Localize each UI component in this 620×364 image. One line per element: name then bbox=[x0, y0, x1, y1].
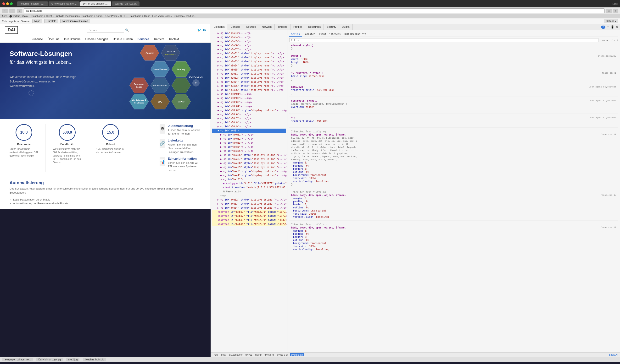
dom-line-text-content[interactable]: & Gas</text> bbox=[212, 189, 286, 194]
dom-polygon-hxb03[interactable]: <polygon id="hxb03" fill="#2E2971" point… bbox=[212, 218, 286, 222]
tab-1[interactable]: headline - Search - dafor... bbox=[17, 1, 48, 6]
translate-options-button[interactable]: Options ▾ bbox=[604, 19, 618, 23]
hex-row3-right[interactable] bbox=[171, 78, 191, 93]
bookmark-free-icons[interactable]: Free vector icons - bbox=[152, 15, 172, 17]
nav-services[interactable]: Services bbox=[138, 38, 149, 41]
dom-line-h10o02[interactable]: ▶ <g id="h10o02">...</g> bbox=[212, 96, 286, 100]
dom-line-hxe04[interactable]: ▶ <g id="hxe04">...</g> bbox=[212, 145, 286, 149]
devtools-tab-security[interactable]: Security bbox=[324, 24, 339, 30]
dom-line-hxe02-more[interactable]: ▶ <g id="hxe02" style="display: inline;"… bbox=[212, 198, 286, 202]
css-tab-event-listeners[interactable]: Event Listeners bbox=[317, 32, 342, 37]
dom-line-h6o07[interactable]: ▶ <g id="h6o07">...</g> bbox=[212, 47, 286, 51]
scrollen-indicator[interactable]: SCROLLEN ▼ bbox=[188, 75, 203, 87]
devtools-inspect-icon[interactable]: ⊡ bbox=[607, 25, 609, 29]
close-button[interactable] bbox=[2, 2, 5, 5]
dom-polygon-hxb01[interactable]: <polygon id="hxb01" fill="#2E2971" point… bbox=[212, 210, 286, 214]
nav-unsere-loesungen[interactable]: Unsere Lösungen bbox=[85, 38, 108, 41]
devtools-close-button[interactable]: ✕ bbox=[616, 25, 618, 29]
back-button[interactable]: ← bbox=[2, 9, 8, 13]
hex-oil-gas[interactable]: Oil & Gas text 49,61+14 bbox=[161, 45, 180, 60]
hex-power[interactable]: Power bbox=[171, 94, 191, 109]
search-icon[interactable]: 🔍 bbox=[125, 29, 129, 32]
dom-line-h9o05[interactable]: ▶ <g id="h9o05" style="display: none;">.… bbox=[212, 84, 286, 88]
dom-line-h9o04[interactable]: ▶ <g id="h9o04" style="display: none;">.… bbox=[212, 80, 286, 84]
hex-omni-channel[interactable]: Omni-Channel bbox=[151, 61, 170, 77]
dom-line-hxe0[interactable]: ▶ <g id="hxe0" style="display: inline;">… bbox=[212, 169, 286, 173]
forward-button[interactable]: → bbox=[9, 9, 15, 13]
dom-line-hx01-selected[interactable]: ▼ <g id="hx01"> bbox=[212, 129, 286, 133]
dom-line-h9o01[interactable]: ▶ <g id="h9o01" style="display: none;">.… bbox=[212, 72, 286, 76]
bookmark-dashboard-claire[interactable]: Dashboard + Claire bbox=[129, 15, 150, 17]
dom-line-hxe03-more[interactable]: ▶ <g id="hxe03" style="display: inline;"… bbox=[212, 202, 286, 206]
dom-line-hxt01[interactable]: ▼ <g id="hxt01"> bbox=[212, 177, 286, 181]
hex-infrastructure[interactable]: Infrastructure bbox=[151, 78, 170, 93]
bookmark-vectors[interactable]: ⬤ vectors, photo... bbox=[9, 15, 30, 17]
hex-3pl[interactable]: 3PL bbox=[151, 94, 170, 109]
dom-polygon-hxb02[interactable]: <polygon id="hxb02" fill="#2E2971" point… bbox=[212, 214, 286, 218]
devtools-tab-elements[interactable]: Elements bbox=[211, 24, 228, 30]
devtools-tab-audits[interactable]: Audits bbox=[339, 24, 353, 30]
hex-grocery[interactable]: Grocery bbox=[171, 61, 191, 77]
bookmark-dashboard-creat[interactable]: Dashboard + Creat... bbox=[31, 15, 54, 17]
path-container[interactable]: div.container bbox=[228, 353, 244, 356]
maximize-button[interactable] bbox=[10, 2, 13, 5]
hex-consumer-goods[interactable]: Consumer Goods bbox=[129, 78, 149, 93]
css-tab-computed[interactable]: Computed bbox=[302, 32, 317, 37]
nav-zuhause[interactable]: Zuhause bbox=[31, 38, 43, 41]
path-html[interactable]: html bbox=[213, 353, 219, 356]
bookmark-umbraco[interactable]: Umbraco - dal-it.co... bbox=[174, 15, 196, 17]
dom-line-h10o03[interactable]: ▶ <g id="h10o03">...</g> bbox=[212, 100, 286, 104]
dom-line-h10o9[interactable]: ▶ <g id="h10o9">...</g> bbox=[212, 125, 286, 129]
dom-line-h8o03[interactable]: ▶ <g id="h8o03" style="display: none;">.… bbox=[212, 59, 286, 64]
bookmark-website[interactable]: Website Presentations bbox=[56, 15, 80, 17]
hex-apparel[interactable]: Apparel bbox=[140, 45, 159, 60]
devtools-tab-resources[interactable]: Resources bbox=[305, 24, 324, 30]
dom-line-hxe02[interactable]: ▶ <g id="hxe02">...</g> bbox=[212, 137, 286, 141]
linkedin-icon[interactable]: in bbox=[203, 28, 206, 32]
dom-line-h8o04[interactable]: ▶ <g id="h8o04" style="display: none;">.… bbox=[212, 64, 286, 68]
dom-line-h9o02[interactable]: ▶ <g id="h9o02" style="display: none;">.… bbox=[212, 76, 286, 80]
translate-translate[interactable]: Translate bbox=[44, 19, 58, 23]
dom-line-hxe03[interactable]: ▶ <g id="hxe03">...</g> bbox=[212, 141, 286, 145]
devtools-tab-console[interactable]: Console bbox=[228, 24, 243, 30]
bottom-file-4[interactable]: headline_hphs.zip bbox=[83, 358, 106, 361]
devtools-device-icon[interactable]: 📱 bbox=[611, 25, 614, 29]
dom-line-hxe05[interactable]: ▶ <g id="hxe05">...</g> bbox=[212, 149, 286, 153]
devtools-tab-timeline[interactable]: Timeline bbox=[275, 24, 291, 30]
path-body[interactable]: body bbox=[220, 353, 227, 356]
path-s1[interactable]: div#s1 bbox=[245, 353, 253, 356]
translate-never[interactable]: Never translate German bbox=[60, 19, 90, 23]
search-input[interactable] bbox=[87, 28, 124, 32]
css-filter-input[interactable] bbox=[289, 38, 598, 42]
devtools-tab-network[interactable]: Network bbox=[259, 24, 275, 30]
dom-line-hxe09[interactable]: ▶ <g id="hxe09" style="display: inline;"… bbox=[212, 165, 286, 169]
dom-line-h10o05[interactable]: ▶ <g id="h10o05" style="display: inline;… bbox=[212, 108, 286, 112]
dom-line-h8o02[interactable]: ▶ <g id="h8o02" style="display: none;">.… bbox=[212, 56, 286, 59]
dom-line-h9o06[interactable]: ▶ <g id="h9o06" style="display: none;">.… bbox=[212, 88, 286, 92]
tab-4[interactable]: settings - dal-it.co.uk bbox=[112, 1, 140, 6]
dom-line-h10o6[interactable]: ▶ <g id="h10o6">...</g> bbox=[212, 112, 286, 116]
dom-line-hxe08[interactable]: ▶ <g id="hxe08" style="display: inline;"… bbox=[212, 161, 286, 165]
dom-line-hxe07[interactable]: ▶ <g id="hxe07" style="display: inline;"… bbox=[212, 157, 286, 161]
minimize-button[interactable] bbox=[6, 2, 9, 5]
dom-polygon-hxb04[interactable]: <polygon id="hxb04" fill="#2E2971" point… bbox=[212, 222, 286, 226]
dom-line-hxe1[interactable]: ▶ <g id="hxe1" style="display: inline;">… bbox=[212, 173, 286, 177]
bookmark-dashboard-sand[interactable]: Dashboard + Sand... bbox=[82, 15, 104, 17]
dom-line-hxe04-more[interactable]: ▶ <g id="hxe04" style="display: inline;"… bbox=[212, 206, 286, 210]
bottom-file-2[interactable]: Daily-Mirror-Logo.jpg bbox=[36, 358, 62, 361]
dom-line-h10o04[interactable]: ▶ <g id="h10o04">...</g> bbox=[212, 104, 286, 108]
dom-line-hxe06[interactable]: ▶ <g id="hxe06" style="display: inline;"… bbox=[212, 153, 286, 157]
dom-line-hxe02-poly[interactable]: </g> bbox=[212, 194, 286, 198]
path-tb[interactable]: div#tb bbox=[254, 353, 263, 356]
dom-line-h6o04[interactable]: ▶ <g id="h6o04">...</g> bbox=[212, 35, 286, 39]
nav-unsere-kunden[interactable]: Unsere Kunden bbox=[113, 38, 133, 41]
css-tab-dom-breakpoints[interactable]: DOM Breakpoints bbox=[343, 32, 368, 37]
dom-line-h6o03[interactable]: ▶ <g id="h6o03">...</g> bbox=[212, 31, 286, 35]
twitter-icon[interactable]: 🐦 bbox=[197, 28, 201, 32]
nav-ueber-uns[interactable]: Über uns bbox=[48, 38, 59, 41]
bottom-file-1[interactable]: newspaper_collage_tex... bbox=[2, 358, 33, 361]
css-tab-styles[interactable]: Styles bbox=[289, 32, 302, 37]
dom-line-tx01[interactable]: ▶ <polygon id="tx01" fill="#2E2971" poin… bbox=[212, 181, 286, 186]
tab-3-active[interactable]: DAI ist eine unabhängig... bbox=[80, 1, 111, 6]
tab-2[interactable]: G newspaper texture - Goog... bbox=[48, 1, 80, 6]
